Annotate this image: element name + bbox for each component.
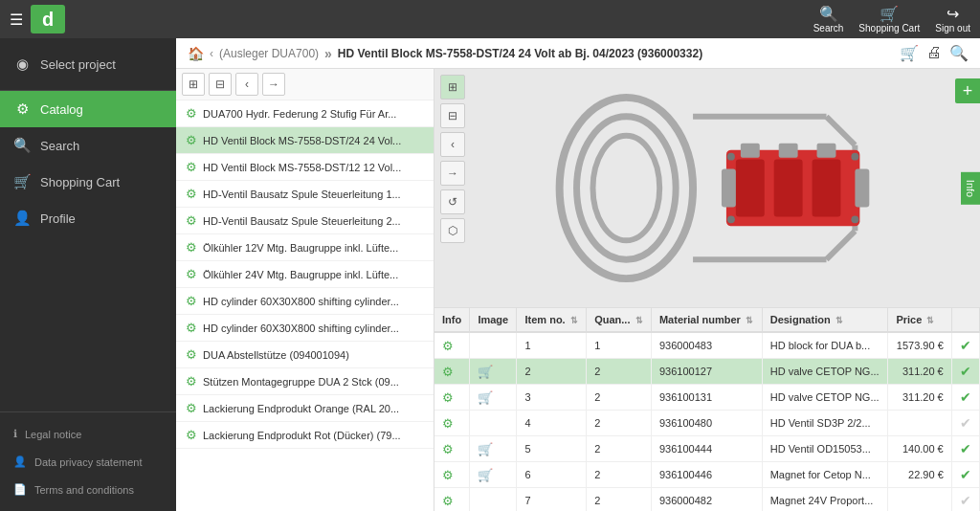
svg-rect-12 [722,169,736,208]
col-header-item-no[interactable]: Item no. ⇅ [517,308,587,332]
breadcrumb-parent[interactable]: (Ausleger DUA700) [219,47,319,60]
row-material: 936100127 [651,359,762,385]
hamburger-icon[interactable]: ☰ [10,11,23,29]
tree-item[interactable]: ⚙Ölkühler 12V Mtg. Baugruppe inkl. Lüfte… [176,234,434,261]
cart-breadcrumb-icon[interactable]: 🛒 [900,44,919,62]
sidebar-item-catalog[interactable]: ⚙ Catalog [0,91,176,127]
print-breadcrumb-icon[interactable]: 🖨 [926,44,942,62]
tree-back-btn[interactable]: ‹ [235,73,258,96]
signout-button[interactable]: ↪ Sign out [935,5,970,33]
image-back-btn[interactable]: ‹ [440,132,465,157]
table-row: ⚙ 🛒 6 2 936100446 Magnet for Cetop N... … [434,462,980,488]
cart-topbar-button[interactable]: 🛒 Shopping Cart [858,5,920,33]
row-image-cell: 🛒 [470,436,517,462]
image-forward-btn[interactable]: → [440,161,465,186]
table-row: ⚙ 1 1 936000483 HD block for DUA b... 15… [434,332,980,359]
sidebar-item-search[interactable]: 🔍 Search [0,127,176,164]
image-3d-btn[interactable]: ⬡ [440,218,465,243]
col-header-qty[interactable]: Quan... ⇅ [587,308,652,332]
table-row: ⚙ 🛒 2 2 936100127 HD valve CETOP NG... 3… [434,359,980,385]
row-cart-icon[interactable]: 🛒 [478,365,493,379]
tree-item-gear-icon: ⚙ [186,347,197,362]
search-topbar-button[interactable]: 🔍 Search [813,5,844,33]
tree-item[interactable]: ⚙HD Ventil Block MS-7558-DST/12 12 Vol..… [176,154,434,181]
row-gear-icon[interactable]: ⚙ [442,390,454,405]
add-to-cart-btn[interactable]: + [955,78,980,103]
row-gear-icon[interactable]: ⚙ [442,468,454,482]
sidebar-item-shopping-cart[interactable]: 🛒 Shopping Cart [0,164,176,200]
sidebar-legal-notice[interactable]: ℹ Legal notice [0,420,176,448]
col-header-price[interactable]: Price ⇅ [888,308,951,332]
row-gear-icon[interactable]: ⚙ [442,365,454,379]
signout-icon: ↪ [947,5,959,23]
parts-table: Info Image Item no. ⇅ Quan... ⇅ Material… [434,308,980,511]
row-material: 936100444 [651,436,762,462]
tree-item[interactable]: ⚙HD-Ventil Bausatz Spule Steuerleitung 1… [176,181,434,208]
row-cart-icon[interactable]: 🛒 [478,468,493,482]
tree-item[interactable]: ⚙Stützen Montagegruppe DUA 2 Stck (09... [176,368,434,395]
svg-line-6 [827,231,856,259]
row-qty: 2 [587,359,652,385]
row-cart-icon[interactable]: 🛒 [478,390,493,405]
tree-item[interactable]: ⚙HD-Ventil Bausatz Spule Steuerleitung 2… [176,208,434,234]
row-gear-icon[interactable]: ⚙ [442,339,454,353]
sidebar-item-profile[interactable]: 👤 Profile [0,200,176,236]
image-view-btn[interactable]: ⊞ [440,75,465,100]
row-status: ✔ [951,411,979,436]
table-row: ⚙ 🛒 5 2 936100444 HD Ventil OD15053... 1… [434,436,980,462]
col-header-info[interactable]: Info [434,308,470,332]
tree-item[interactable]: ⚙Lackierung Endprodukt Rot (Dücker) (79.… [176,422,434,449]
row-status: ✔ [951,436,979,462]
image-explode-btn[interactable]: ⊟ [440,103,465,128]
svg-rect-15 [779,144,798,158]
breadcrumb-separator: » [324,46,332,61]
catalog-icon: ⚙ [13,100,31,118]
row-price: 22.90 € [888,462,951,488]
row-gear-icon[interactable]: ⚙ [442,494,454,508]
row-gear-icon[interactable]: ⚙ [442,416,454,431]
sidebar-cart-label: Shopping Cart [40,175,120,189]
row-gear-icon[interactable]: ⚙ [442,442,454,456]
sidebar-catalog-label: Catalog [40,102,83,117]
info-tab[interactable]: Info [961,171,980,204]
tree-grid-view-btn[interactable]: ⊟ [209,73,232,96]
row-status-icon: ✔ [960,441,971,456]
row-status: ✔ [951,359,979,385]
sidebar-item-select-project[interactable]: ◉ Select project [0,46,176,82]
row-image-cell: 🛒 [470,359,517,385]
sidebar-privacy[interactable]: 👤 Data privacy statement [0,448,176,476]
signout-label: Sign out [935,23,970,33]
sidebar-top: ◉ Select project [0,38,176,91]
row-material: 936100131 [651,385,762,411]
row-status-icon: ✔ [960,389,971,405]
tree-forward-btn[interactable]: → [262,73,285,96]
tree-item[interactable]: ⚙DUA Abstellstütze (094001094) [176,342,434,368]
tree-item[interactable]: ⚙DUA700 Hydr. Federung 2 Stufig Für Ar..… [176,100,434,127]
table-header-row: Info Image Item no. ⇅ Quan... ⇅ Material… [434,308,980,332]
row-cart-icon[interactable]: 🛒 [478,442,493,456]
home-icon[interactable]: 🏠 [188,46,204,61]
svg-rect-9 [736,160,765,217]
cart-topbar-label: Shopping Cart [858,23,920,33]
tree-item[interactable]: ⚙Ölkühler 24V Mtg. Baugruppe inkl. Lüfte… [176,261,434,288]
search-breadcrumb-icon[interactable]: 🔍 [949,44,969,62]
svg-point-17 [727,153,735,161]
breadcrumb-arrow-left: ‹ [210,47,213,60]
row-info-cell: ⚙ [434,332,470,359]
tree-item[interactable]: ⚙HD cylinder 60X30X800 shifting cylinder… [176,288,434,315]
col-header-material[interactable]: Material number ⇅ [651,308,762,332]
tree-item[interactable]: ⚙HD cylinder 60X30X800 shifting cylinder… [176,315,434,342]
row-qty: 2 [587,488,652,512]
tree-image-view-btn[interactable]: ⊞ [182,73,205,96]
tree-item[interactable]: ⚙Lackierung Endprodukt Orange (RAL 20... [176,395,434,422]
image-rotate-btn[interactable]: ↺ [440,189,465,214]
legal-icon: ℹ [13,428,17,440]
col-header-image[interactable]: Image [470,308,517,332]
svg-point-19 [727,215,735,223]
tree-item[interactable]: ⚙HD Ventil Block MS-7558-DST/24 24 Vol..… [176,127,434,154]
terms-label: Terms and conditions [34,484,134,496]
row-designation: Magnet 24V Proport... [762,488,888,512]
sidebar-terms[interactable]: 📄 Terms and conditions [0,476,176,503]
col-header-designation[interactable]: Designation ⇅ [762,308,888,332]
tree-item-gear-icon: ⚙ [186,160,197,174]
